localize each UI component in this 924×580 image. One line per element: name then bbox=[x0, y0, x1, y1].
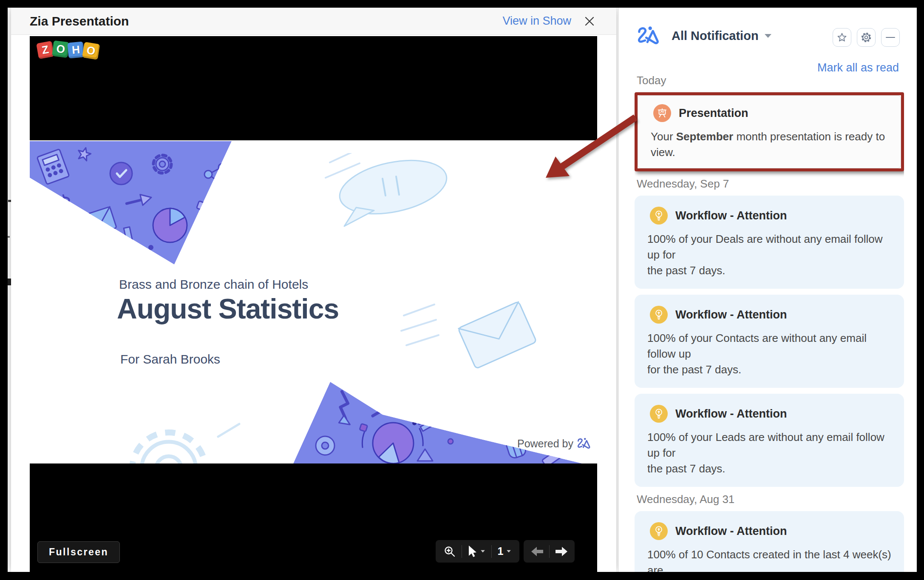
panel-actions bbox=[833, 28, 900, 47]
presentation-preview: Z O H O bbox=[30, 36, 597, 572]
notification-message: Your September month presentation is rea… bbox=[651, 129, 889, 160]
page-title: Zia Presentation bbox=[30, 14, 129, 28]
bulb-icon bbox=[650, 522, 668, 540]
gear-button[interactable] bbox=[857, 28, 876, 47]
notification-card-workflow[interactable]: Workflow - Attention 100% of your Leads … bbox=[635, 394, 904, 487]
notification-title: Presentation bbox=[679, 107, 748, 120]
slide-subtitle: Brass and Bronze chain of Hotels bbox=[119, 277, 308, 292]
notification-list: Today Present bbox=[635, 71, 904, 572]
bulb-icon bbox=[650, 306, 668, 324]
modal-header: Zia Presentation View in Show bbox=[11, 8, 616, 35]
notification-filter-label: All Notification bbox=[672, 29, 759, 43]
slide-nav-toolbar bbox=[524, 540, 575, 563]
notification-title: Workflow - Attention bbox=[675, 209, 787, 222]
minimize-button[interactable] bbox=[881, 28, 900, 47]
notification-message: 100% of your Contacts are without any em… bbox=[647, 330, 891, 378]
zoho-logo-letter: O bbox=[52, 40, 69, 58]
chevron-down-icon bbox=[481, 550, 485, 553]
zoho-logo-letter: Z bbox=[36, 41, 54, 59]
slide-byline: For Sarah Brooks bbox=[120, 352, 220, 367]
slide-letterbox-bottom: Fullscreen bbox=[30, 463, 597, 572]
slide-title: August Statistics bbox=[117, 293, 339, 325]
powered-by: Powered by bbox=[517, 437, 591, 450]
bulb-icon bbox=[650, 405, 668, 423]
star-button[interactable] bbox=[833, 28, 851, 47]
slide-canvas: Brass and Bronze chain of Hotels August … bbox=[30, 140, 597, 463]
section-heading: Today bbox=[637, 74, 904, 87]
zoho-logo-letter: O bbox=[82, 42, 100, 60]
slide-tools-toolbar: 1 bbox=[436, 540, 519, 563]
easel-icon bbox=[653, 104, 671, 122]
notification-card-workflow[interactable]: Workflow - Attention 100% of your Deals … bbox=[635, 196, 904, 289]
chevron-down-icon bbox=[765, 34, 771, 38]
powered-by-label: Powered by bbox=[517, 438, 573, 450]
notification-message: 100% of your Deals are without any email… bbox=[647, 231, 891, 279]
zoho-logo-letter: H bbox=[67, 41, 84, 58]
notification-title: Workflow - Attention bbox=[675, 308, 787, 321]
arrow-left-icon[interactable] bbox=[531, 547, 543, 556]
notification-card-workflow[interactable]: Workflow - Attention 100% of 10 Contacts… bbox=[635, 511, 904, 572]
gear-outline-doodle bbox=[121, 419, 253, 463]
notification-message: 100% of 10 Contacts created in the last … bbox=[647, 547, 891, 572]
chat-bubble-doodle bbox=[323, 153, 468, 234]
screen: Zia Presentation View in Show Z O H O bbox=[8, 8, 917, 572]
notification-title: Workflow - Attention bbox=[675, 525, 787, 538]
notification-card-presentation[interactable]: Presentation Your September month presen… bbox=[638, 95, 901, 168]
zia-logo-icon bbox=[577, 437, 591, 450]
section-heading: Wednesday, Sep 7 bbox=[637, 177, 904, 190]
view-in-show-link[interactable]: View in Show bbox=[502, 14, 571, 28]
cursor-tool-dropdown[interactable] bbox=[468, 546, 485, 557]
background-page-fragment bbox=[8, 200, 11, 202]
window-frame: Zia Presentation View in Show Z O H O bbox=[0, 0, 924, 580]
annotation-highlight-box: Presentation Your September month presen… bbox=[635, 92, 904, 171]
page-number: 1 bbox=[498, 545, 504, 557]
notification-card-workflow[interactable]: Workflow - Attention 100% of your Contac… bbox=[635, 295, 904, 388]
panel-header: All Notification bbox=[637, 25, 771, 47]
background-page-fragment bbox=[8, 236, 10, 238]
zoho-logo: Z O H O bbox=[37, 42, 99, 58]
bulb-icon bbox=[650, 207, 668, 225]
fullscreen-button[interactable]: Fullscreen bbox=[37, 541, 120, 563]
close-icon[interactable] bbox=[584, 16, 595, 27]
chevron-down-icon bbox=[507, 550, 511, 553]
zia-logo-icon bbox=[637, 26, 660, 46]
zia-notification-panel: All Notification bbox=[618, 8, 917, 572]
slide-letterbox-top: Z O H O bbox=[30, 36, 597, 140]
arrow-right-icon[interactable] bbox=[556, 547, 567, 556]
notification-title: Workflow - Attention bbox=[675, 407, 787, 421]
section-heading: Wednesday, Aug 31 bbox=[637, 493, 904, 506]
slide-decoration-collage-top bbox=[30, 140, 268, 268]
zia-presentation-modal: Zia Presentation View in Show Z O H O bbox=[11, 8, 616, 572]
cursor-icon bbox=[468, 546, 477, 557]
magnifier-plus-icon[interactable] bbox=[444, 546, 456, 557]
notification-filter-dropdown[interactable]: All Notification bbox=[672, 29, 771, 43]
envelope-doodle bbox=[395, 298, 553, 374]
page-number-dropdown[interactable]: 1 bbox=[498, 545, 512, 557]
notification-message: 100% of your Leads are without any email… bbox=[647, 429, 891, 477]
